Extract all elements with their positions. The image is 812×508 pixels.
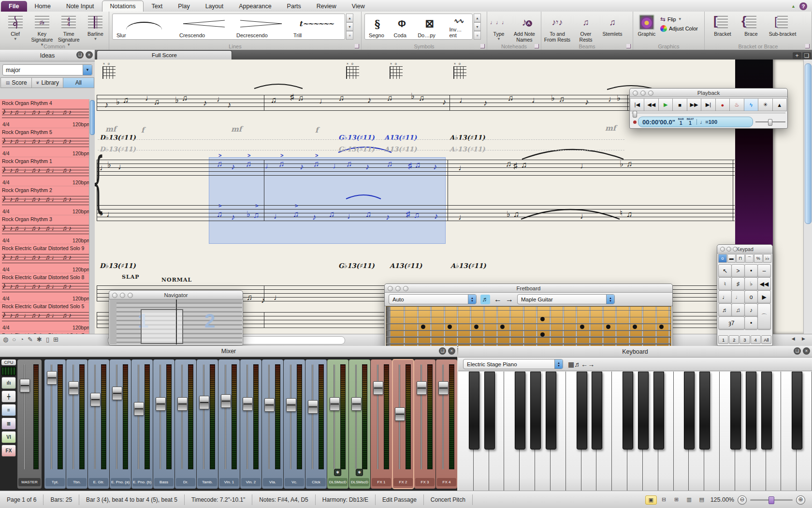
record-button[interactable]: ● — [715, 98, 730, 111]
fader-knob[interactable] — [134, 402, 144, 416]
fretboard-neck[interactable] — [386, 306, 671, 347]
note-glyph[interactable]: ♩ — [333, 162, 341, 170]
spread-view-icon[interactable]: ⊞ — [671, 495, 682, 504]
black-key[interactable] — [530, 372, 541, 449]
coda-gallery-item[interactable]: Φ Coda — [390, 14, 414, 39]
keypad-layout-tab-2[interactable]: ▬ — [727, 254, 736, 263]
guitar-string[interactable] — [386, 317, 671, 317]
note-glyph[interactable]: ♭ — [617, 94, 621, 102]
ideas-search-input[interactable]: major ▼ — [2, 64, 92, 75]
keypad-key[interactable]: ♬ — [718, 303, 732, 317]
scroll-arrows[interactable]: ◀ ▶ — [792, 336, 808, 341]
zoom-icon[interactable] — [403, 286, 408, 291]
new-tab-button[interactable]: + — [793, 52, 801, 59]
help-icon[interactable]: ? — [799, 2, 807, 10]
dynamic-marking[interactable]: f — [315, 126, 318, 134]
ideas-tab-score[interactable]: ▤Score — [1, 78, 32, 88]
note-glyph[interactable]: ♫ — [298, 94, 304, 102]
note-glyph[interactable]: ♪ — [585, 98, 589, 106]
channel-settings-icon[interactable]: ✱ — [356, 469, 363, 476]
note-glyph[interactable]: ♭ — [620, 160, 624, 168]
mixer-channel-dr-[interactable]: Dr. — [175, 359, 196, 489]
note-glyph[interactable]: ♭ — [551, 94, 555, 102]
note-glyph[interactable]: ♯ — [290, 93, 294, 101]
ideas-panel-header[interactable]: Ideas ❏ × — [0, 50, 95, 61]
bracket-button[interactable]: [ Bracket — [708, 12, 738, 37]
keypad-key[interactable]: ▶ — [757, 290, 771, 304]
note-glyph[interactable]: ♫ — [513, 210, 520, 218]
keypad-key[interactable]: ♮ — [718, 277, 732, 291]
next-note-icon[interactable]: → — [506, 295, 513, 304]
note-glyph[interactable]: ♩ — [347, 212, 355, 220]
strips-narrow-button[interactable]: ≡ — [1, 404, 16, 416]
do-not-photocopy-gallery-item[interactable]: ⊠ Do…py — [414, 14, 445, 39]
note-glyph[interactable]: ♯ — [408, 162, 412, 170]
note-glyph[interactable]: ♫ — [387, 160, 393, 168]
segno-gallery-item[interactable]: § Segno — [365, 14, 390, 39]
keypad-key[interactable]: > — [731, 264, 745, 278]
ideas-tab-library[interactable]: ❦Library — [32, 78, 63, 88]
play-button[interactable]: ▶ — [658, 98, 673, 111]
single-page-view-icon[interactable]: ⊟ — [659, 495, 669, 504]
playback-title-bar[interactable]: Playback — [630, 89, 787, 97]
close-icon[interactable]: × — [448, 347, 455, 355]
note-glyph[interactable]: ♭ — [107, 161, 111, 169]
key-signature-button[interactable]: ♯♭ Key Signature▼ — [29, 12, 55, 47]
mixer-channel-tbn-[interactable]: Tbn. — [66, 359, 87, 489]
ideas-scrollbar[interactable] — [89, 99, 95, 334]
idea-settings-icon[interactable]: ✱ — [37, 336, 42, 343]
tempo-slider-thumb[interactable] — [768, 119, 772, 126]
copy-idea-icon[interactable]: ◔ — [20, 336, 24, 343]
beams-over-rests-button[interactable]: ♫ Over Rests — [573, 12, 598, 43]
note-glyph[interactable]: ♯ — [513, 162, 518, 170]
mixer-channel-vc-[interactable]: Vc. — [284, 359, 305, 489]
symbols-dialog-launcher-icon[interactable] — [480, 44, 485, 48]
slur-gallery-item[interactable]: Slur — [113, 14, 175, 39]
keypad-key[interactable]: ⌒ — [757, 303, 771, 330]
fx-button[interactable]: FX — [1, 445, 16, 457]
keypad-layout-tab-4[interactable]: ⌒ — [745, 254, 754, 263]
decrescendo-gallery-item[interactable]: Decrescendo — [232, 14, 290, 39]
chord-symbol[interactable]: A♭13(♯11) — [450, 145, 485, 153]
mixer-channel-fx-1[interactable]: FX 1 — [371, 359, 392, 489]
note-glyph[interactable]: ♪ — [442, 98, 447, 106]
adjust-color-button[interactable]: Adjust Color — [660, 25, 698, 32]
mixer-channel-master[interactable]: MASTER — [17, 359, 42, 489]
mixer-channel-fx-3[interactable]: FX 3 — [414, 359, 435, 489]
tab-full-score[interactable]: Full Score — [97, 50, 232, 60]
zoom-out-button[interactable]: ⊖ — [738, 495, 747, 505]
status-cell-7[interactable]: Concert Pitch — [424, 494, 473, 505]
fader-knob[interactable] — [438, 381, 449, 395]
note-glyph[interactable]: ♩ — [580, 212, 588, 220]
voice-button-3[interactable]: 3 — [740, 335, 750, 344]
ribbon-tab-layout[interactable]: Layout — [198, 1, 232, 12]
mixer-channel-tpt-[interactable]: Tpt. — [44, 359, 66, 489]
keypad-title-bar[interactable]: Keypad — [717, 245, 772, 254]
previous-note-icon[interactable]: ← — [494, 295, 502, 304]
note-glyph[interactable]: ♩ — [580, 162, 588, 170]
black-key[interactable] — [746, 372, 756, 449]
ribbon-tab-parts[interactable]: Parts — [279, 1, 309, 12]
fader-knob[interactable] — [373, 381, 383, 395]
meter-view-button[interactable]: ılı — [1, 377, 16, 389]
fader-knob[interactable] — [199, 396, 209, 409]
playback-window[interactable]: Playback |◀◀◀▶■▶▶▶|●♨ϟ✳▲ 00:00'00.0" BAR… — [629, 88, 788, 129]
flexitime-button[interactable]: ♨ — [729, 98, 744, 111]
keypad-key[interactable]: o — [744, 290, 758, 304]
mixer-channel-tamb-[interactable]: Tamb. — [197, 359, 218, 489]
keypad-key[interactable]: ♯ — [731, 277, 745, 291]
close-icon[interactable]: × — [86, 51, 93, 59]
score-vscroll-thumb[interactable] — [805, 63, 812, 224]
zoom-in-button[interactable]: ⊕ — [796, 495, 805, 505]
note-entry-icon[interactable]: ♬ — [574, 360, 581, 368]
notehead-type-button[interactable]: ♩♩♩ Type▼ — [487, 12, 510, 43]
ribbon-tab-play[interactable]: Play — [170, 1, 197, 12]
note-glyph[interactable]: ♯ — [406, 210, 410, 218]
minimize-ribbon-icon[interactable]: ▲ — [791, 4, 796, 9]
black-key[interactable] — [684, 372, 695, 449]
note-glyph[interactable]: ♫ — [246, 160, 252, 168]
chord-symbol[interactable]: A13(♯11) — [384, 134, 417, 141]
keypad-layout-icon[interactable]: ▦ — [568, 360, 574, 368]
chord-symbol[interactable]: A13(♯11) — [384, 145, 417, 153]
tab-list-button[interactable]: ❏ — [802, 52, 811, 59]
